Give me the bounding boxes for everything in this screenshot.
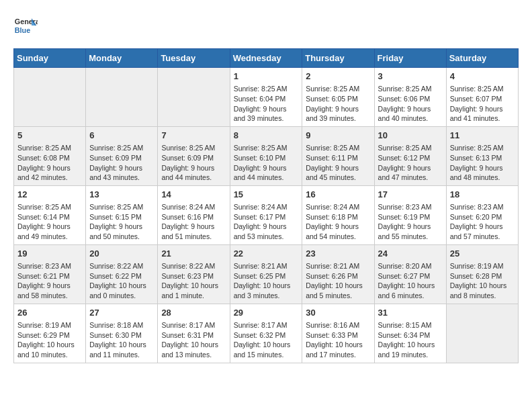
calendar-table: SundayMondayTuesdayWednesdayThursdayFrid…: [13, 48, 519, 363]
calendar-cell: 5Sunrise: 8:25 AM Sunset: 6:08 PM Daylig…: [14, 126, 86, 185]
calendar-cell: 24Sunrise: 8:20 AM Sunset: 6:27 PM Dayli…: [374, 244, 446, 304]
day-number: 25: [450, 248, 515, 260]
day-info: Sunrise: 8:25 AM Sunset: 6:15 PM Dayligh…: [89, 202, 154, 242]
day-info: Sunrise: 8:24 AM Sunset: 6:17 PM Dayligh…: [234, 202, 299, 242]
day-info: Sunrise: 8:20 AM Sunset: 6:27 PM Dayligh…: [378, 261, 443, 301]
calendar-cell: 14Sunrise: 8:24 AM Sunset: 6:16 PM Dayli…: [158, 185, 230, 244]
day-number: 1: [234, 71, 299, 83]
day-number: 20: [89, 248, 154, 260]
calendar-cell: 27Sunrise: 8:18 AM Sunset: 6:30 PM Dayli…: [86, 304, 158, 363]
calendar-cell: 6Sunrise: 8:25 AM Sunset: 6:09 PM Daylig…: [86, 126, 158, 185]
weekday-header: Saturday: [446, 49, 518, 68]
day-info: Sunrise: 8:25 AM Sunset: 6:14 PM Dayligh…: [17, 202, 82, 242]
weekday-header: Sunday: [14, 49, 86, 68]
day-number: 31: [378, 307, 443, 319]
calendar-week-row: 1Sunrise: 8:25 AM Sunset: 6:04 PM Daylig…: [14, 68, 519, 127]
day-number: 4: [450, 71, 515, 83]
calendar-cell: [14, 68, 86, 127]
weekday-header: Wednesday: [230, 49, 302, 68]
day-number: 3: [378, 71, 443, 83]
page-header: General Blue: [13, 13, 519, 38]
day-info: Sunrise: 8:16 AM Sunset: 6:33 PM Dayligh…: [306, 320, 370, 360]
calendar-cell: 20Sunrise: 8:22 AM Sunset: 6:22 PM Dayli…: [86, 244, 158, 304]
weekday-header: Thursday: [302, 49, 374, 68]
calendar-cell: 19Sunrise: 8:23 AM Sunset: 6:21 PM Dayli…: [14, 244, 86, 304]
day-info: Sunrise: 8:25 AM Sunset: 6:11 PM Dayligh…: [306, 143, 370, 183]
calendar-week-row: 19Sunrise: 8:23 AM Sunset: 6:21 PM Dayli…: [14, 244, 519, 304]
day-number: 12: [17, 189, 82, 201]
day-info: Sunrise: 8:24 AM Sunset: 6:18 PM Dayligh…: [306, 202, 370, 242]
svg-text:Blue: Blue: [15, 26, 30, 34]
logo-icon: General Blue: [13, 13, 38, 38]
calendar-cell: 4Sunrise: 8:25 AM Sunset: 6:07 PM Daylig…: [446, 68, 518, 127]
day-info: Sunrise: 8:23 AM Sunset: 6:21 PM Dayligh…: [17, 261, 82, 301]
day-info: Sunrise: 8:19 AM Sunset: 6:28 PM Dayligh…: [450, 261, 515, 301]
calendar-cell: [158, 68, 230, 127]
day-info: Sunrise: 8:24 AM Sunset: 6:16 PM Dayligh…: [161, 202, 226, 242]
calendar-cell: 9Sunrise: 8:25 AM Sunset: 6:11 PM Daylig…: [302, 126, 374, 185]
day-info: Sunrise: 8:17 AM Sunset: 6:32 PM Dayligh…: [234, 320, 299, 360]
calendar-cell: 10Sunrise: 8:25 AM Sunset: 6:12 PM Dayli…: [374, 126, 446, 185]
day-info: Sunrise: 8:18 AM Sunset: 6:30 PM Dayligh…: [89, 320, 154, 360]
day-info: Sunrise: 8:25 AM Sunset: 6:04 PM Dayligh…: [234, 84, 299, 124]
day-info: Sunrise: 8:21 AM Sunset: 6:26 PM Dayligh…: [306, 261, 370, 301]
day-number: 7: [161, 130, 226, 142]
calendar-cell: 2Sunrise: 8:25 AM Sunset: 6:05 PM Daylig…: [302, 68, 374, 127]
calendar-cell: 7Sunrise: 8:25 AM Sunset: 6:09 PM Daylig…: [158, 126, 230, 185]
day-info: Sunrise: 8:25 AM Sunset: 6:05 PM Dayligh…: [306, 84, 370, 124]
calendar-cell: 17Sunrise: 8:23 AM Sunset: 6:19 PM Dayli…: [374, 185, 446, 244]
day-number: 28: [161, 307, 226, 319]
day-number: 10: [378, 130, 443, 142]
calendar-week-row: 26Sunrise: 8:19 AM Sunset: 6:29 PM Dayli…: [14, 304, 519, 363]
day-info: Sunrise: 8:22 AM Sunset: 6:23 PM Dayligh…: [161, 261, 226, 301]
day-number: 30: [306, 307, 370, 319]
day-number: 16: [306, 189, 370, 201]
day-number: 9: [306, 130, 370, 142]
day-info: Sunrise: 8:23 AM Sunset: 6:19 PM Dayligh…: [378, 202, 443, 242]
calendar-cell: 12Sunrise: 8:25 AM Sunset: 6:14 PM Dayli…: [14, 185, 86, 244]
day-number: 22: [234, 248, 299, 260]
day-info: Sunrise: 8:25 AM Sunset: 6:10 PM Dayligh…: [234, 143, 299, 183]
calendar-cell: 26Sunrise: 8:19 AM Sunset: 6:29 PM Dayli…: [14, 304, 86, 363]
calendar-cell: 23Sunrise: 8:21 AM Sunset: 6:26 PM Dayli…: [302, 244, 374, 304]
day-info: Sunrise: 8:25 AM Sunset: 6:13 PM Dayligh…: [450, 143, 515, 183]
day-number: 27: [89, 307, 154, 319]
calendar-cell: [446, 304, 518, 363]
day-info: Sunrise: 8:21 AM Sunset: 6:25 PM Dayligh…: [234, 261, 299, 301]
calendar-cell: 16Sunrise: 8:24 AM Sunset: 6:18 PM Dayli…: [302, 185, 374, 244]
day-info: Sunrise: 8:25 AM Sunset: 6:06 PM Dayligh…: [378, 84, 443, 124]
calendar-cell: 11Sunrise: 8:25 AM Sunset: 6:13 PM Dayli…: [446, 126, 518, 185]
calendar-cell: 28Sunrise: 8:17 AM Sunset: 6:31 PM Dayli…: [158, 304, 230, 363]
calendar-header-row: SundayMondayTuesdayWednesdayThursdayFrid…: [14, 49, 519, 68]
calendar-cell: 13Sunrise: 8:25 AM Sunset: 6:15 PM Dayli…: [86, 185, 158, 244]
day-number: 6: [89, 130, 154, 142]
day-info: Sunrise: 8:23 AM Sunset: 6:20 PM Dayligh…: [450, 202, 515, 242]
calendar-cell: 8Sunrise: 8:25 AM Sunset: 6:10 PM Daylig…: [230, 126, 302, 185]
calendar-cell: [86, 68, 158, 127]
day-info: Sunrise: 8:22 AM Sunset: 6:22 PM Dayligh…: [89, 261, 154, 301]
day-number: 23: [306, 248, 370, 260]
day-number: 17: [378, 189, 443, 201]
day-number: 26: [17, 307, 82, 319]
day-number: 19: [17, 248, 82, 260]
day-info: Sunrise: 8:25 AM Sunset: 6:09 PM Dayligh…: [161, 143, 226, 183]
calendar-week-row: 5Sunrise: 8:25 AM Sunset: 6:08 PM Daylig…: [14, 126, 519, 185]
calendar-cell: 21Sunrise: 8:22 AM Sunset: 6:23 PM Dayli…: [158, 244, 230, 304]
day-info: Sunrise: 8:25 AM Sunset: 6:07 PM Dayligh…: [450, 84, 515, 124]
day-number: 8: [234, 130, 299, 142]
day-number: 11: [450, 130, 515, 142]
day-info: Sunrise: 8:25 AM Sunset: 6:12 PM Dayligh…: [378, 143, 443, 183]
weekday-header: Friday: [374, 49, 446, 68]
day-number: 24: [378, 248, 443, 260]
day-info: Sunrise: 8:19 AM Sunset: 6:29 PM Dayligh…: [17, 320, 82, 360]
day-info: Sunrise: 8:25 AM Sunset: 6:08 PM Dayligh…: [17, 143, 82, 183]
day-number: 18: [450, 189, 515, 201]
day-number: 21: [161, 248, 226, 260]
day-number: 2: [306, 71, 370, 83]
day-number: 13: [89, 189, 154, 201]
weekday-header: Tuesday: [158, 49, 230, 68]
logo: General Blue: [13, 13, 40, 38]
calendar-cell: 25Sunrise: 8:19 AM Sunset: 6:28 PM Dayli…: [446, 244, 518, 304]
calendar-cell: 22Sunrise: 8:21 AM Sunset: 6:25 PM Dayli…: [230, 244, 302, 304]
calendar-cell: 30Sunrise: 8:16 AM Sunset: 6:33 PM Dayli…: [302, 304, 374, 363]
